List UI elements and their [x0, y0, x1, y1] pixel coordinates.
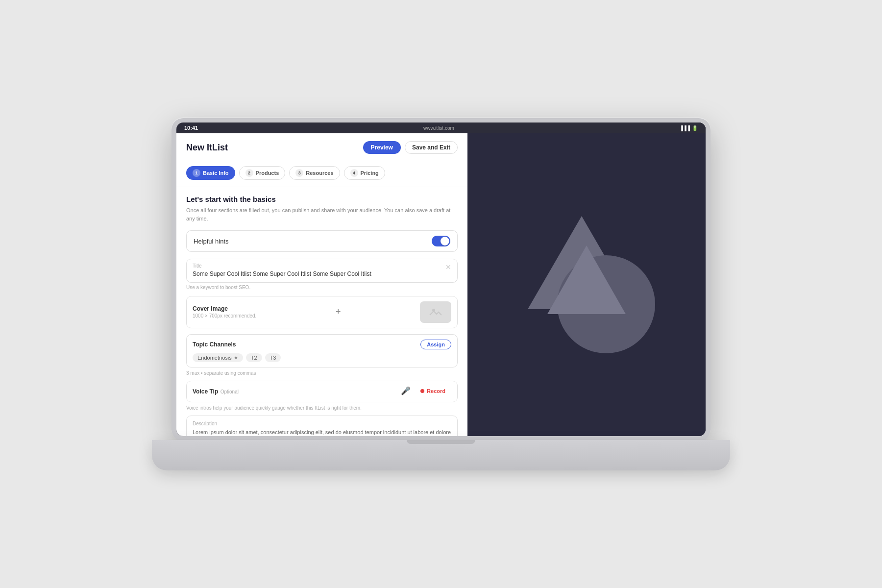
voice-tip-hint: Voice intros help your audience quickly …: [186, 405, 458, 411]
topic-channels-section: Topic Channels Assign Endometriosis ★ T2: [186, 334, 458, 368]
tag-t3[interactable]: T3: [265, 353, 281, 362]
step-products[interactable]: 2 Products: [239, 166, 286, 180]
header-buttons: Preview Save and Exit: [363, 141, 458, 154]
save-exit-button[interactable]: Save and Exit: [405, 141, 458, 154]
page-title: New ItList: [186, 143, 228, 153]
preview-button[interactable]: Preview: [363, 141, 401, 154]
description-section[interactable]: Description Lorem ipsum dolor sit amet, …: [186, 416, 458, 436]
step-resources[interactable]: 3 Resources: [289, 166, 340, 180]
form-header: New ItList Preview Save and Exit: [176, 133, 467, 159]
tag-label-endometriosis: Endometriosis: [197, 355, 232, 361]
step-basic-info[interactable]: 1 Basic Info: [186, 166, 235, 180]
voice-tip-label: Voice Tip: [193, 388, 218, 395]
step-label-basic-info: Basic Info: [203, 170, 229, 176]
helpful-hints-label: Helpful hints: [194, 238, 229, 245]
step-number-1: 1: [193, 169, 200, 177]
tag-label-t3: T3: [270, 355, 276, 361]
title-field-label: Title: [193, 263, 445, 269]
tags-row: Endometriosis ★ T2 T3: [193, 353, 451, 362]
cover-image-placeholder: [420, 301, 451, 323]
record-button[interactable]: Record: [415, 386, 451, 396]
step-label-products: Products: [256, 170, 279, 176]
voice-tip-optional: Optional: [220, 389, 239, 394]
record-dot-icon: [420, 389, 424, 393]
step-number-2: 2: [245, 169, 253, 177]
clear-title-icon[interactable]: ✕: [445, 263, 451, 271]
voice-tip-label-group: Voice Tip Optional: [193, 387, 239, 395]
shapes-container: [518, 216, 655, 353]
section-heading: Let's start with the basics: [186, 195, 458, 203]
cover-image-row[interactable]: Cover Image 1000 × 700px recommended. +: [186, 296, 458, 328]
title-field-value[interactable]: Some Super Cool Itlist Some Super Cool I…: [193, 270, 445, 278]
voice-tip-controls: 🎤 Record: [401, 386, 451, 396]
tag-endometriosis[interactable]: Endometriosis ★: [193, 353, 243, 362]
voice-tip-section: Voice Tip Optional 🎤 Record: [186, 381, 458, 402]
cover-image-sublabel: 1000 × 700px recommended.: [193, 313, 256, 318]
step-label-pricing: Pricing: [361, 170, 379, 176]
laptop-notch: [407, 440, 475, 444]
topic-channels-label: Topic Channels: [193, 341, 236, 348]
left-panel: New ItList Preview Save and Exit 1 Basic…: [176, 122, 467, 436]
helpful-hints-toggle[interactable]: [432, 236, 450, 246]
step-pricing[interactable]: 4 Pricing: [344, 166, 385, 180]
status-icons: ▐▐▐ 🔋: [680, 125, 698, 131]
steps-nav: 1 Basic Info 2 Products 3 Resources 4 Pr…: [176, 159, 467, 187]
step-number-4: 4: [350, 169, 358, 177]
triangle-shape-front: [547, 245, 626, 314]
status-time: 10:41: [184, 125, 198, 131]
helpful-hints-row: Helpful hints: [186, 230, 458, 252]
cover-image-info: Cover Image 1000 × 700px recommended.: [193, 305, 256, 318]
section-description: Once all four sections are filled out, y…: [186, 206, 458, 222]
cover-image-label: Cover Image: [193, 305, 256, 312]
laptop-base: [152, 440, 730, 470]
star-icon: ★: [234, 355, 238, 360]
topic-header: Topic Channels Assign: [193, 340, 451, 349]
add-cover-image-icon[interactable]: +: [336, 307, 341, 317]
microphone-icon[interactable]: 🎤: [401, 386, 411, 395]
tag-t2[interactable]: T2: [246, 353, 262, 362]
step-label-resources: Resources: [306, 170, 333, 176]
title-field-group: Title Some Super Cool Itlist Some Super …: [186, 259, 458, 290]
status-url: www.itlist.com: [423, 125, 454, 131]
right-panel: [467, 122, 706, 436]
tag-label-t2: T2: [251, 355, 257, 361]
form-content: Let's start with the basics Once all fou…: [176, 187, 467, 436]
step-number-3: 3: [295, 169, 303, 177]
description-text[interactable]: Lorem ipsum dolor sit amet, consectetur …: [193, 428, 451, 436]
record-button-label: Record: [427, 388, 445, 394]
topic-channels-hint: 3 max • separate using commas: [186, 370, 458, 376]
assign-button[interactable]: Assign: [420, 340, 451, 349]
title-input-wrapper[interactable]: Title Some Super Cool Itlist Some Super …: [186, 259, 458, 283]
description-label: Description: [193, 421, 451, 426]
voice-tip-header: Voice Tip Optional 🎤 Record: [193, 386, 451, 396]
title-field-hint: Use a keyword to boost SEO.: [186, 285, 458, 290]
